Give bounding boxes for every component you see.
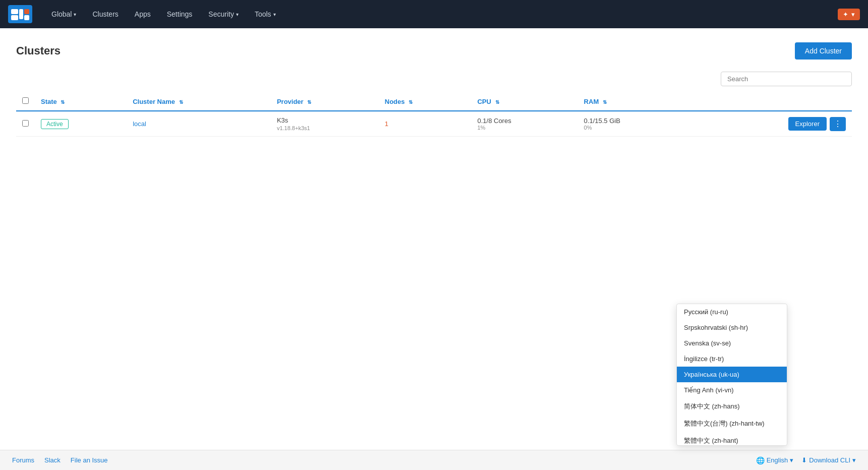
globe-icon: 🌐 — [756, 456, 765, 464]
row-actions: Explorer ⋮ — [697, 117, 846, 131]
top-navigation: Global ▾ Clusters Apps Settings Security… — [0, 0, 868, 28]
explorer-button[interactable]: Explorer — [788, 117, 827, 131]
row-checkbox[interactable] — [22, 120, 29, 127]
language-label: English — [767, 456, 788, 464]
footer: Forums Slack File an Issue 🌐 English ▾ ⬇… — [0, 450, 868, 470]
language-option-3[interactable]: İngilizce (tr-tr) — [677, 351, 787, 367]
download-cli[interactable]: ⬇ Download CLI ▾ — [801, 456, 856, 464]
status-badge: Active — [41, 119, 69, 129]
language-option-8[interactable]: 繁體中文 (zh-hant) — [677, 432, 787, 445]
provider-name: K3s — [277, 116, 373, 124]
provider-version: v1.18.8+k3s1 — [277, 125, 373, 131]
actions-cell: Explorer ⋮ — [690, 111, 852, 137]
chevron-down-icon: ▾ — [236, 12, 239, 17]
nodes-cell: 1 — [379, 111, 472, 137]
col-state[interactable]: State ⇅ — [35, 92, 127, 111]
cluster-name-link[interactable]: local — [133, 120, 146, 128]
sort-icon: ⇅ — [409, 99, 413, 105]
language-list: Русский (ru-ru)Srpskohrvatski (sh-hr)Sve… — [677, 304, 787, 445]
ram-cell: 0.1/15.5 GiB 0% — [578, 111, 690, 137]
logo[interactable] — [8, 5, 32, 23]
language-option-2[interactable]: Svenska (sv-se) — [677, 335, 787, 351]
cpu-cell: 0.1/8 Cores 1% — [471, 111, 577, 137]
page-header: Clusters Add Cluster — [16, 42, 852, 60]
col-ram[interactable]: RAM ⇅ — [578, 92, 690, 111]
chevron-down-icon: ▾ — [273, 12, 276, 17]
nav-tools[interactable]: Tools ▾ — [248, 6, 283, 22]
provider-cell: K3s v1.18.8+k3s1 — [271, 111, 379, 137]
sort-icon: ⇅ — [179, 99, 183, 105]
svg-rect-4 — [24, 15, 29, 20]
sort-icon: ⇅ — [61, 99, 65, 105]
slack-link[interactable]: Slack — [44, 456, 61, 464]
state-cell: Active — [35, 111, 127, 137]
nav-settings[interactable]: Settings — [160, 6, 200, 22]
language-option-6[interactable]: 简体中文 (zh-hans) — [677, 398, 787, 415]
language-option-5[interactable]: Tiếng Anh (vi-vn) — [677, 382, 787, 398]
col-nodes[interactable]: Nodes ⇅ — [379, 92, 472, 111]
nav-global[interactable]: Global ▾ — [44, 6, 83, 22]
language-dropdown: Русский (ru-ru)Srpskohrvatski (sh-hr)Sve… — [676, 304, 787, 446]
chevron-down-icon: ▾ — [74, 12, 76, 17]
select-all-checkbox[interactable] — [22, 97, 29, 104]
kebab-menu-button[interactable]: ⋮ — [830, 117, 846, 131]
sort-icon: ⇅ — [603, 99, 607, 105]
cluster-name-cell: local — [127, 111, 271, 137]
language-option-0[interactable]: Русский (ru-ru) — [677, 304, 787, 320]
footer-right: 🌐 English ▾ ⬇ Download CLI ▾ — [756, 456, 856, 464]
svg-rect-3 — [24, 9, 29, 14]
file-issue-link[interactable]: File an Issue — [71, 456, 108, 464]
cpu-cores: 0.1/8 Cores — [477, 117, 571, 125]
svg-rect-0 — [11, 9, 18, 14]
nav-apps[interactable]: Apps — [128, 6, 158, 22]
download-cli-label: Download CLI — [809, 456, 850, 464]
language-selector[interactable]: 🌐 English ▾ — [756, 456, 794, 464]
logo-icon — [8, 5, 32, 23]
chevron-down-icon: ▾ — [851, 11, 855, 18]
svg-rect-2 — [19, 9, 23, 19]
row-checkbox-cell[interactable] — [16, 111, 35, 137]
col-cluster-name[interactable]: Cluster Name ⇅ — [127, 92, 271, 111]
language-option-7[interactable]: 繁體中文(台灣) (zh-hant-tw) — [677, 415, 787, 432]
search-container — [16, 72, 852, 86]
footer-links: Forums Slack File an Issue — [12, 456, 108, 464]
cpu-pct: 1% — [477, 125, 571, 131]
ram-pct: 0% — [584, 125, 684, 131]
rancher-badge-icon: ✦ — [843, 11, 848, 18]
sort-icon: ⇅ — [307, 99, 311, 105]
clusters-table: State ⇅ Cluster Name ⇅ Provider ⇅ Nodes … — [16, 92, 852, 137]
page-title: Clusters — [16, 44, 61, 57]
sort-icon: ⇅ — [495, 99, 499, 105]
nav-security[interactable]: Security ▾ — [201, 6, 246, 22]
nav-clusters[interactable]: Clusters — [85, 6, 125, 22]
chevron-down-icon: ▾ — [852, 456, 856, 464]
language-option-4[interactable]: Українська (uk-ua) — [677, 367, 787, 382]
language-option-1[interactable]: Srpskohrvatski (sh-hr) — [677, 320, 787, 335]
chevron-down-icon: ▾ — [790, 456, 793, 464]
ram-gb: 0.1/15.5 GiB — [584, 117, 684, 125]
nodes-count: 1 — [385, 120, 388, 128]
add-cluster-button[interactable]: Add Cluster — [795, 42, 852, 60]
select-all-header[interactable] — [16, 92, 35, 111]
download-icon: ⬇ — [801, 456, 807, 464]
nav-right: ✦ ▾ — [838, 9, 860, 20]
search-input[interactable] — [721, 72, 852, 86]
rancher-badge[interactable]: ✦ ▾ — [838, 9, 860, 20]
col-actions — [690, 92, 852, 111]
col-provider[interactable]: Provider ⇅ — [271, 92, 379, 111]
col-cpu[interactable]: CPU ⇅ — [471, 92, 577, 111]
forums-link[interactable]: Forums — [12, 456, 34, 464]
table-row: Active local K3s v1.18.8+k3s1 1 0.1/8 Co… — [16, 111, 852, 137]
nav-items: Global ▾ Clusters Apps Settings Security… — [44, 6, 838, 22]
svg-rect-1 — [11, 15, 18, 20]
